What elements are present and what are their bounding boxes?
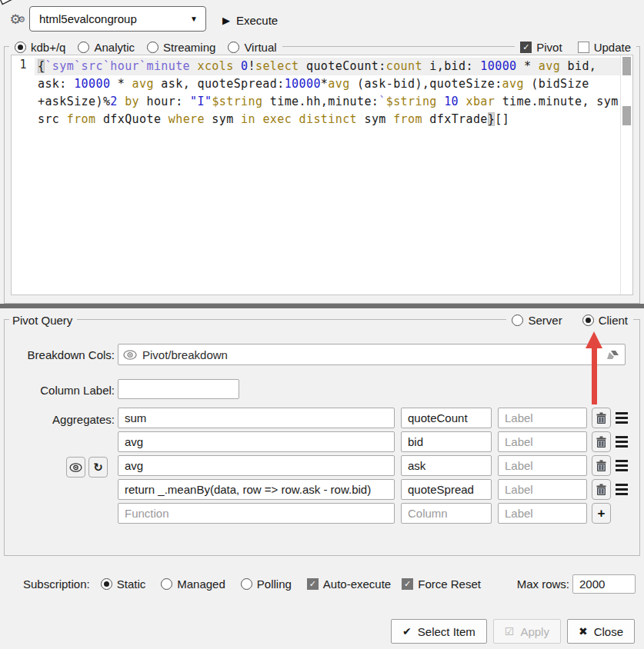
radio-client[interactable]: Client [582, 314, 628, 327]
max-rows-label: Max rows: [517, 577, 569, 591]
radio-client-label: Client [599, 314, 628, 327]
pivot-query-legend: Pivot Query [9, 314, 77, 327]
aggregate-label-input[interactable] [498, 408, 587, 428]
update-checkbox-item[interactable]: Update [578, 41, 631, 54]
aggregate-column-input[interactable] [401, 503, 492, 524]
radio-server-circle[interactable] [512, 315, 523, 326]
gear-small-icon: ⚙ [18, 10, 25, 28]
radio-polling[interactable]: Polling [241, 577, 292, 591]
aggregates-rows: + [118, 408, 629, 527]
drag-handle-icon[interactable] [615, 431, 629, 452]
radio-polling-circle[interactable] [241, 578, 252, 590]
play-icon: ▶ [222, 15, 230, 26]
auto-execute-checkbox[interactable]: ✓ [307, 578, 319, 590]
aggregate-row [118, 431, 629, 452]
server-client-radios: Server Client [506, 314, 633, 327]
radio-streaming-label: Streaming [163, 41, 215, 54]
radio-managed-circle[interactable] [161, 578, 172, 590]
close-icon: ✖ [579, 625, 588, 637]
force-reset-checkbox-item[interactable]: ✓ Force Reset [402, 577, 481, 591]
aggregate-label-input[interactable] [498, 431, 587, 452]
auto-execute-label: Auto-execute [323, 577, 391, 591]
radio-virtual[interactable]: Virtual [228, 41, 276, 54]
max-rows-group: Max rows: [517, 574, 636, 594]
drag-handle-icon[interactable] [615, 455, 629, 476]
radio-kdbq-circle[interactable] [15, 42, 26, 53]
query-type-radios: kdb+/q Analytic Streaming Virtual [9, 41, 282, 54]
radio-managed-label: Managed [177, 577, 225, 591]
pivot-checkbox[interactable]: ✓ [520, 42, 532, 53]
radio-client-circle[interactable] [582, 315, 594, 326]
delete-row-button[interactable] [592, 408, 611, 428]
aggregate-column-input[interactable] [401, 408, 492, 428]
radio-kdbq-label: kdb+/q [31, 41, 65, 54]
close-button[interactable]: ✖ Close [567, 619, 635, 644]
apply-button[interactable]: ☑ Apply [493, 619, 561, 644]
close-label: Close [594, 625, 623, 638]
drag-handle-icon[interactable] [615, 408, 629, 428]
radio-static[interactable]: Static [101, 577, 146, 591]
column-label-input[interactable] [118, 379, 239, 399]
radio-server[interactable]: Server [512, 314, 562, 327]
cursor-artifact-icon [0, 0, 14, 6]
aggregates-label: Aggregates: [5, 413, 115, 426]
aggregate-function-input[interactable] [118, 455, 395, 476]
auto-execute-checkbox-item[interactable]: ✓ Auto-execute [307, 577, 391, 591]
radio-static-label: Static [117, 577, 146, 591]
aggregate-function-input[interactable] [118, 431, 395, 452]
eraser-icon[interactable] [605, 349, 620, 361]
aggregate-function-input[interactable] [118, 479, 395, 500]
radio-analytic-circle[interactable] [78, 42, 89, 53]
column-label-label: Column Label: [5, 384, 115, 397]
panel-splitter[interactable] [0, 304, 644, 308]
add-row-button[interactable]: + [592, 503, 611, 524]
radio-static-circle[interactable] [101, 578, 112, 590]
radio-streaming-circle[interactable] [147, 42, 158, 53]
execute-button[interactable]: ▶ Execute [218, 9, 282, 31]
drag-handle-icon[interactable] [615, 479, 629, 500]
delete-row-button[interactable] [592, 431, 611, 452]
line-number: 1 [19, 58, 26, 72]
editor-gutter: 1 [12, 55, 35, 295]
connection-dropdown[interactable]: html5evalcongroup ▼ [29, 6, 206, 32]
subscription-row: Subscription: Static Managed Polling ✓ A… [0, 572, 644, 595]
max-rows-input[interactable] [572, 574, 636, 594]
editor-scrollbar[interactable] [620, 55, 632, 295]
delete-row-button[interactable] [592, 455, 611, 476]
radio-kdbq[interactable]: kdb+/q [15, 41, 65, 54]
delete-row-button[interactable] [592, 479, 611, 500]
aggregate-column-input[interactable] [401, 431, 492, 452]
radio-managed[interactable]: Managed [161, 577, 225, 591]
connection-dropdown-value: html5evalcongroup [39, 12, 190, 25]
radio-polling-label: Polling [257, 577, 292, 591]
radio-analytic[interactable]: Analytic [78, 41, 135, 54]
aggregate-column-input[interactable] [401, 455, 492, 476]
update-checkbox[interactable] [578, 42, 589, 53]
aggregate-function-input[interactable] [118, 408, 395, 428]
code-editor: 1 {`sym`src`hour`minute xcols 0!select q… [11, 55, 633, 295]
radio-virtual-circle[interactable] [228, 42, 239, 53]
trash-icon [596, 484, 606, 495]
execute-label: Execute [236, 14, 278, 27]
code-content[interactable]: {`sym`src`hour`minute xcols 0!select quo… [35, 55, 620, 295]
aggregates-side-buttons: ↻ [66, 457, 108, 478]
breakdown-cols-field[interactable]: Pivot/breakdown [118, 344, 626, 365]
preview-eye-button[interactable] [66, 457, 85, 478]
pivot-query-groupbox: Pivot Query Server Client Breakdown Cols… [4, 319, 640, 556]
select-item-button[interactable]: ✔ Select Item [391, 619, 487, 644]
force-reset-checkbox[interactable]: ✓ [402, 578, 413, 590]
pivot-checkbox-item[interactable]: ✓ Pivot [520, 41, 562, 54]
radio-streaming[interactable]: Streaming [147, 41, 215, 54]
aggregate-label-input[interactable] [498, 455, 587, 476]
chevron-down-icon: ▼ [190, 15, 198, 23]
refresh-button[interactable]: ↻ [88, 457, 108, 478]
radio-analytic-label: Analytic [94, 41, 135, 54]
scrollbar-thumb[interactable] [622, 57, 631, 75]
radio-virtual-label: Virtual [244, 41, 276, 54]
settings-gears-icon[interactable]: ⚙⚙ [5, 10, 25, 30]
aggregate-column-input[interactable] [401, 479, 492, 500]
aggregate-label-input[interactable] [498, 503, 587, 524]
aggregate-label-input[interactable] [498, 479, 587, 500]
aggregate-function-input[interactable] [118, 503, 395, 524]
checkbox-check-icon: ☑ [505, 625, 515, 637]
